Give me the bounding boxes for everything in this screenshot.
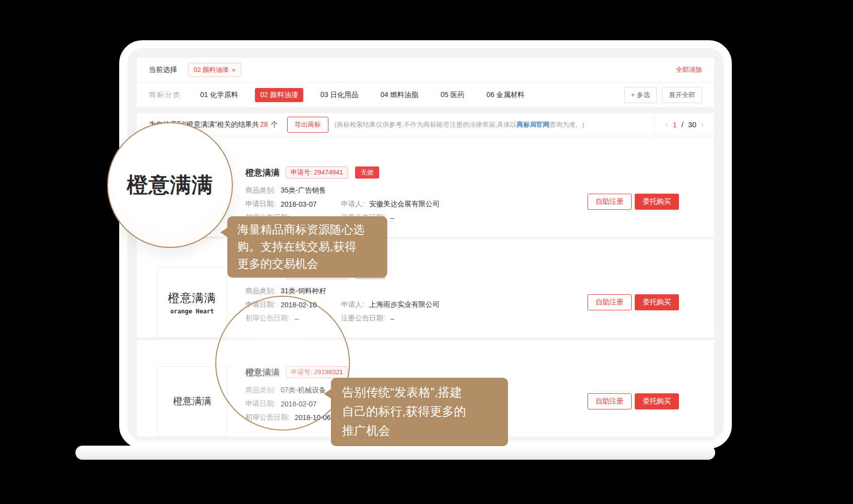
total-pages: 30 (688, 120, 697, 129)
reg-pub-value: – (390, 214, 394, 222)
magnifier-circle-top: 橙意满满 (107, 122, 233, 248)
trademark-office-link[interactable]: 商标局官网 (517, 121, 549, 128)
trademark-details: 橙意满满 申请号: 29474941 无效 商品类别:35类-广告销售 申请日期… (245, 166, 587, 224)
category-actions: + 多选 展开全部 (624, 87, 702, 103)
results-header: 为您检索到“橙意满满”相关的结果共28 个 导出商标 (商标检索结果仅供参考,不… (137, 113, 714, 136)
category-tab-02-selected[interactable]: 02 颜料油漆 (255, 88, 303, 102)
magnifier-circle-bottom (215, 296, 350, 431)
page-separator: / (681, 120, 684, 129)
multi-select-button[interactable]: + 多选 (624, 87, 657, 103)
export-trademark-button[interactable]: 导出商标 (287, 117, 328, 133)
self-register-button[interactable]: 自助注册 (587, 393, 632, 409)
category-label: 商标分类 (149, 91, 181, 100)
category-tab-04[interactable]: 04 燃料油脂 (375, 88, 423, 102)
applicant-label: 申请人: (341, 200, 364, 209)
selected-filter-tag-text: 02 颜料油漆 (194, 65, 229, 74)
entrust-buy-button[interactable]: 委托购买 (635, 393, 679, 409)
disclaimer-text: (商标检索结果仅供参考,不作为商标能否注册的法律依据;具体以商标局官网查询为准。… (334, 120, 584, 129)
row-actions: 自助注册 委托购买 (587, 294, 679, 310)
category-field-label: 商品类别: (245, 287, 276, 296)
category-tab-01[interactable]: 01 化学原料 (195, 88, 243, 102)
apply-date-label: 申请日期: (245, 200, 276, 209)
clear-all-button[interactable]: 全部清除 (676, 65, 702, 74)
category-tab-03[interactable]: 03 日化用品 (315, 88, 363, 102)
current-page: 1 (672, 120, 676, 129)
row-actions: 自助注册 委托购买 (587, 194, 679, 210)
results-summary: 为您检索到“橙意满满”相关的结果共28 个 导出商标 (商标检索结果仅供参考,不… (137, 117, 654, 133)
self-register-button[interactable]: 自助注册 (587, 194, 632, 210)
reg-pub-value: – (390, 314, 394, 322)
application-number-tag: 申请号: 29474941 (286, 166, 348, 179)
current-selection-label: 当前选择 (149, 65, 177, 74)
self-register-button[interactable]: 自助注册 (587, 294, 632, 310)
trademark-image: 橙意满满 orange Heart (157, 267, 227, 338)
reg-pub-label: 注册公告日期: (341, 314, 385, 323)
category-tab-06[interactable]: 06 金属材料 (481, 88, 529, 102)
table-row: 橙意满满 orange Heart 橙意满满 申请号: 29482153 已注册… (137, 239, 714, 338)
applicant-value: 上海雨步实业有限公司 (369, 300, 440, 309)
expand-all-button[interactable]: 展开全部 (662, 87, 702, 103)
close-icon[interactable]: × (232, 66, 236, 74)
selected-filter-tag[interactable]: 02 颜料油漆 × (188, 63, 241, 77)
current-selection-row: 当前选择 02 颜料油漆 × 全部清除 (137, 58, 714, 82)
callout-marketplace: 海量精品商标资源随心选 购。支持在线交易,获得 更多的交易机会 (227, 216, 387, 278)
category-field-label: 商品类别: (245, 186, 276, 195)
category-field-value: 31类-饲料种籽 (281, 287, 326, 296)
magnified-trademark-text: 橙意满满 (127, 171, 213, 199)
applicant-value: 安徽美达会展有限公司 (369, 200, 440, 209)
next-page-icon[interactable]: › (701, 120, 704, 130)
pagination: ‹ 1 / 30 › (654, 113, 714, 136)
result-count: 28 (260, 120, 268, 128)
status-badge: 无效 (355, 166, 379, 179)
trademark-name: 橙意满满 (245, 167, 280, 179)
filter-panel: 当前选择 02 颜料油漆 × 全部清除 商标分类 01 化学原料 02 颜料油漆… (137, 58, 714, 107)
category-row: 商标分类 01 化学原料 02 颜料油漆 03 日化用品 04 燃料油脂 05 … (137, 82, 714, 107)
prev-page-icon[interactable]: ‹ (665, 120, 668, 130)
entrust-buy-button[interactable]: 委托购买 (635, 294, 679, 310)
applicant-label: 申请人: (341, 300, 364, 309)
category-field-value: 35类-广告销售 (281, 186, 326, 195)
trademark-image-subtext: orange Heart (170, 308, 214, 315)
category-tab-05[interactable]: 05 医药 (436, 88, 469, 102)
callout-promotion: 告别传统“发表格”,搭建 自己的标行,获得更多的 推广机会 (331, 378, 508, 446)
apply-date-value: 2018-03-07 (281, 200, 317, 208)
row-actions: 自助注册 委托购买 (587, 393, 679, 409)
entrust-buy-button[interactable]: 委托购买 (635, 194, 679, 210)
